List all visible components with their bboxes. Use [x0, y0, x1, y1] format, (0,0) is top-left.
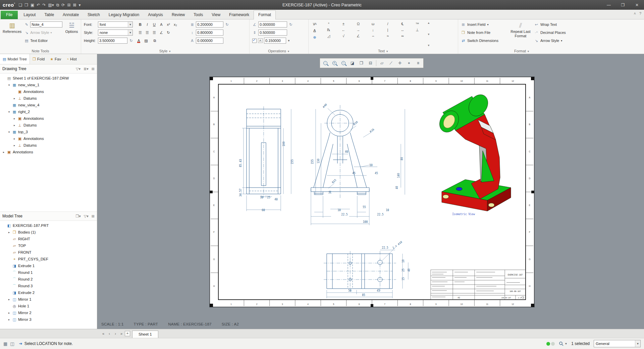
collapse-ribbon-icon[interactable]: ˄	[634, 11, 636, 15]
line-spacing-input[interactable]	[258, 30, 287, 36]
expand-arrow-icon[interactable]: ▸	[7, 311, 11, 314]
first-sheet-icon[interactable]: «	[101, 332, 106, 336]
format-arrow-style-button[interactable]: ↘ Arrow Style▾	[534, 37, 574, 44]
view-note-text[interactable]: Isometric View	[452, 213, 475, 216]
close-button[interactable]: ✕	[630, 0, 644, 10]
symbol-button-r0c1[interactable]: ±	[336, 21, 351, 27]
tree-item-exercise-187-prt[interactable]: ◧EXERCISE-187.PRT	[0, 222, 97, 229]
font-combo[interactable]: font▼	[98, 21, 133, 28]
tree-item-datums[interactable]: ▸⟂Datums	[0, 122, 97, 129]
expand-arrow-icon[interactable]: ▸	[7, 298, 11, 301]
tree-item-top-3[interactable]: ▾▦top_3	[0, 129, 97, 135]
dimension-text[interactable]: 10	[369, 164, 373, 167]
tree-item-extrude-1[interactable]: ◨Extrude 1	[0, 262, 97, 269]
tree-item-annotations[interactable]: ▣Annotations	[0, 88, 97, 95]
tree-item-right-2[interactable]: ▾▦right_2	[0, 108, 97, 115]
symbol-button-r0c3[interactable]: ω	[366, 21, 380, 27]
regenerate-icon[interactable]: ⟳	[61, 3, 65, 7]
symbol-button-r0c0[interactable]: °	[321, 21, 336, 27]
annotation-display-button[interactable]: ≡	[414, 59, 422, 67]
symbols-scroll-down-icon[interactable]: ▼	[427, 33, 430, 36]
dimension-text[interactable]: 100	[282, 142, 285, 147]
dimension-text[interactable]: 85.43	[239, 159, 242, 167]
group-label-format[interactable]: Format▼	[458, 49, 586, 53]
symbol-button-r2c2[interactable]: ∠	[351, 33, 366, 39]
expand-arrow-icon[interactable]: ▸	[2, 151, 5, 154]
ribbon-tab-file[interactable]: File	[1, 11, 18, 19]
dimension-text[interactable]: 40	[345, 150, 348, 153]
symbol-button-r2c6[interactable]	[410, 33, 425, 39]
tree-filter-icon[interactable]: ▽▾	[84, 214, 89, 218]
previous-sheet-icon[interactable]: ‹	[107, 332, 112, 336]
dimension-text[interactable]: 45	[377, 289, 380, 292]
ribbon-tab-table[interactable]: Table	[40, 11, 58, 19]
dimension-text[interactable]: 40	[408, 268, 411, 272]
tree-settings-icon[interactable]: ⊞	[92, 67, 95, 71]
slant-angle-input[interactable]	[258, 21, 287, 28]
symbols-scroll-up-icon[interactable]: ▲	[427, 21, 430, 24]
char-style-i-button[interactable]: I	[144, 21, 151, 28]
tree-item-bodies-1[interactable]: ▸❒Bodies (1)	[0, 229, 97, 236]
selection-filter-combo[interactable]: General ▼	[594, 340, 641, 347]
datum-axes-display-button[interactable]: ⟋	[387, 59, 395, 67]
tree-item-annotations[interactable]: ▸▣Annotations	[0, 115, 97, 122]
char-style-u-button[interactable]: U	[151, 21, 158, 28]
expand-arrow-icon[interactable]: ▸	[13, 117, 16, 120]
dimension-text[interactable]: 15	[402, 277, 405, 281]
select-mode-dropdown-icon[interactable]: ▧▾	[48, 3, 54, 7]
dimension-text[interactable]: 34.57	[239, 189, 242, 197]
expand-arrow-icon[interactable]: ▸	[13, 97, 16, 100]
next-sheet-icon[interactable]: ›	[113, 332, 118, 336]
dimension-text[interactable]: 10	[402, 259, 405, 263]
dimension-text[interactable]: 25	[402, 268, 405, 272]
tree-item-mirror-1[interactable]: ▸◫Mirror 1	[0, 296, 97, 303]
char-style-a-button[interactable]: A	[158, 21, 165, 28]
sheet-tab-active[interactable]: Sheet 1	[132, 331, 158, 338]
undo-icon[interactable]: ↶	[37, 3, 40, 7]
char-style-x-button[interactable]: x²	[165, 21, 172, 28]
symbol-button-r2c3[interactable]: ⌢	[366, 33, 380, 39]
shade-view-button[interactable]: ❐	[357, 59, 366, 67]
insert-field-button[interactable]: ⊞ Insert Field▾	[461, 21, 507, 28]
tree-file-icon[interactable]: ❒▾	[75, 214, 80, 218]
search-tool-button[interactable]: ▼	[559, 341, 567, 346]
text-rotate-icon[interactable]: ↻	[165, 30, 172, 36]
datum-points-display-button[interactable]: ✛	[396, 59, 404, 67]
tree-item-hole-1[interactable]: ◎Hole 1	[0, 303, 97, 309]
group-label-operations[interactable]: Operations▼	[250, 49, 308, 53]
dimension-text[interactable]: 45	[375, 172, 378, 175]
datum-csys-display-button[interactable]: ⌖	[405, 59, 413, 67]
drawing-sheet[interactable]: 112233445566778899101011111212AABBCCDDEE…	[210, 77, 534, 307]
view-manager-button[interactable]: ⊟	[366, 59, 375, 67]
note-name-input[interactable]	[30, 21, 62, 28]
symbol-button-r1c2[interactable]: →	[351, 27, 366, 33]
dimension-text[interactable]: 130	[317, 159, 320, 164]
style-combo[interactable]: none▼	[98, 30, 133, 36]
dimension-text[interactable]: 100	[363, 220, 368, 223]
options-button[interactable]: ☱ Options	[65, 21, 78, 48]
vertical-text-icon[interactable]: V̲A	[311, 21, 318, 27]
symbol-button-r1c1[interactable]: ←	[336, 27, 351, 33]
expand-arrow-icon[interactable]: ▸	[13, 144, 16, 147]
tree-settings-icon[interactable]: ⊞	[92, 214, 95, 218]
ribbon-tab-legacy-migration[interactable]: Legacy Migration	[104, 11, 144, 19]
text-editor-button[interactable]: ▤ Text Editor	[24, 37, 62, 44]
symbol-button-r1c5[interactable]: ↔	[395, 27, 410, 33]
ribbon-tab-layout[interactable]: Layout	[19, 11, 40, 19]
dimension-text[interactable]: 40	[274, 198, 278, 201]
line-extend-input[interactable]	[196, 30, 223, 36]
text-slant-angle-icon[interactable]: ∠	[158, 30, 165, 36]
minimize-button[interactable]: —	[602, 0, 616, 10]
symbol-button-r2c0[interactable]: ◿	[321, 33, 336, 39]
text-color-button[interactable]: A	[137, 39, 141, 43]
symbol-globe-icon[interactable]: ⊕	[311, 34, 318, 40]
dimension-text[interactable]: 45	[352, 172, 356, 175]
zoom-in-button[interactable]: +	[330, 59, 338, 67]
expand-arrow-icon[interactable]: ▾	[7, 84, 11, 87]
dimension-text[interactable]: 10	[337, 209, 341, 212]
align-center-icon[interactable]: ☰	[144, 30, 151, 36]
tree-item-top[interactable]: ▱TOP	[0, 242, 97, 249]
char-spacing-input[interactable]	[196, 21, 223, 28]
tree-item-right[interactable]: ▱RIGHT	[0, 236, 97, 242]
symbol-button-r2c1[interactable]: √	[336, 33, 351, 39]
